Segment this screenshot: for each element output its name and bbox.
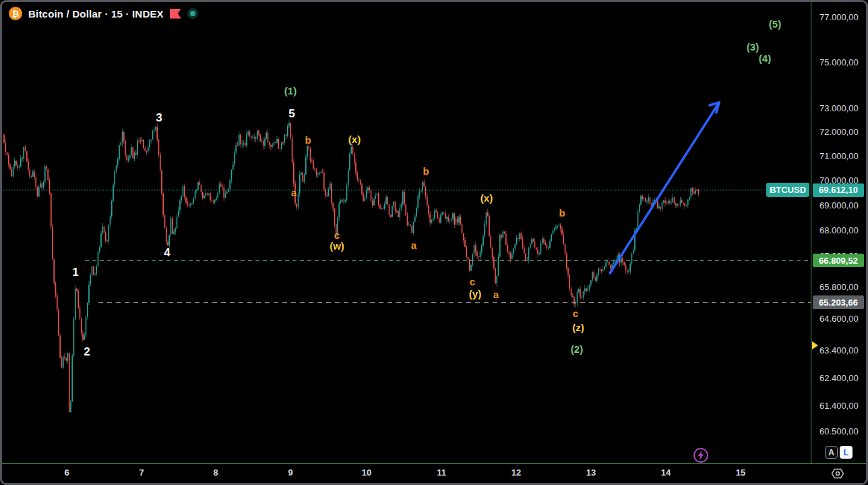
time-tick: 13 [586, 467, 596, 478]
chart-window: 12345(1)(2)(3)(4)(5)abc(w)(x)abc(y)(x)ab… [0, 0, 868, 485]
time-axis[interactable]: 6789101112131415 [2, 464, 866, 483]
price-tick: 64.600,00 [819, 314, 859, 324]
price-tick: 69.000,00 [819, 200, 859, 210]
time-tick: 7 [139, 467, 144, 478]
price-axis[interactable]: 77.000,0075.000,0073.000,0072.000,0071.0… [811, 2, 866, 463]
price-tick: 75.000,00 [819, 57, 859, 67]
price-tick: 61.400,00 [819, 401, 859, 411]
time-tick: 8 [213, 467, 218, 478]
level-label-green: 66.809,52 [813, 254, 864, 267]
candlestick-plot[interactable] [2, 2, 866, 483]
lightning-icon[interactable] [693, 447, 709, 466]
time-tick: 9 [288, 467, 292, 478]
time-tick: 11 [437, 467, 446, 478]
price-tick: 65.800,00 [819, 282, 859, 292]
log-scale-button[interactable]: L [840, 446, 852, 459]
status-dot-inner [190, 11, 195, 16]
yellow-arrow-marker[interactable] [812, 341, 818, 349]
status-dot-icon[interactable] [187, 8, 198, 19]
price-tick: 60.500,00 [819, 426, 859, 436]
price-tick: 68.000,00 [819, 225, 859, 235]
price-tick: 71.000,00 [819, 151, 859, 161]
auto-scale-button[interactable]: A [825, 446, 838, 459]
hexagon-target-icon[interactable] [831, 468, 844, 482]
price-tick: 73.000,00 [819, 103, 859, 113]
price-tick: 62.400,00 [819, 373, 859, 383]
time-tick: 15 [736, 467, 745, 478]
price-tick: 77.000,00 [819, 12, 859, 22]
time-tick: 12 [512, 467, 521, 478]
price-tick: 72.000,00 [819, 127, 859, 137]
time-tick: 6 [64, 467, 69, 478]
symbol-price-tag: BTCUSD [766, 183, 809, 197]
price-tick: 63.400,00 [819, 345, 859, 355]
time-tick: 14 [661, 467, 671, 478]
symbol-title[interactable]: Bitcoin / Dollar · 15 · INDEX [28, 8, 164, 20]
symbol-legend: ₿ Bitcoin / Dollar · 15 · INDEX [9, 7, 198, 20]
current-price-label: 69.612,10 [813, 183, 864, 197]
flag-icon[interactable] [170, 9, 181, 19]
bitcoin-logo-icon: ₿ [9, 7, 22, 20]
level-label-gray: 65.203,66 [813, 295, 864, 309]
time-tick: 10 [362, 467, 371, 478]
